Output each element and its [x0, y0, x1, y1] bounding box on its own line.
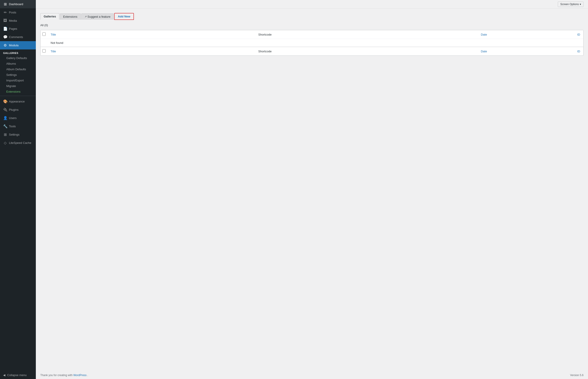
tab-suggest-feature[interactable]: ↗ Suggest a feature — [81, 14, 114, 20]
col-id-header[interactable]: ID — [490, 30, 583, 39]
pages-icon: 📄 — [3, 27, 7, 31]
select-all-checkbox-footer[interactable] — [42, 49, 46, 53]
sidebar-subitem-migrate[interactable]: Migrate — [0, 83, 36, 89]
not-found-message: Not found — [48, 39, 583, 47]
sidebar-item-plugins[interactable]: 🔌 Plugins — [0, 106, 36, 114]
table-row-not-found: Not found — [41, 39, 583, 47]
sidebar-item-settings[interactable]: ⊞ Settings — [0, 130, 36, 139]
users-icon: 👤 — [3, 116, 7, 120]
col-title-header[interactable]: Title — [48, 30, 166, 39]
collapse-menu-button[interactable]: ◀ Collapse menu — [0, 371, 36, 379]
col-id-footer[interactable]: ID — [490, 47, 583, 56]
galleries-table-wrap: Title Shortcode Date ID — [40, 30, 584, 56]
col-shortcode-footer: Shortcode — [166, 47, 364, 56]
sidebar-item-label: Posts — [9, 11, 16, 14]
collapse-icon: ◀ — [3, 373, 5, 377]
sidebar-item-posts[interactable]: ✏ Posts — [0, 8, 36, 16]
sidebar-item-comments[interactable]: 💬 Comments — [0, 33, 36, 41]
table-foot: Title Shortcode Date ID — [41, 47, 583, 56]
plugins-icon: 🔌 — [3, 108, 7, 112]
screen-options-label: Screen Options — [560, 3, 579, 6]
footer-version: Version 5.6 — [570, 374, 584, 377]
sidebar-subitem-gallery-defaults[interactable]: Gallery Defaults — [0, 55, 36, 61]
table-body: Not found — [41, 39, 583, 47]
screen-options-button[interactable]: Screen Options ▾ — [558, 1, 584, 7]
all-count: All (0) — [40, 23, 584, 27]
page-footer: Thank you for creating with WordPress . … — [40, 370, 584, 379]
sidebar: ⊞ Dashboard ✏ Posts 🖼 Media 📄 Pages 💬 Co… — [0, 0, 36, 379]
tabs-row: Galleries Extensions ↗ Suggest a feature… — [40, 13, 584, 20]
sidebar-item-label: Media — [9, 19, 17, 22]
sidebar-item-dashboard[interactable]: ⊞ Dashboard — [0, 0, 36, 8]
sidebar-item-modula[interactable]: ⚙ Modula — [0, 41, 36, 49]
not-found-cell — [41, 39, 48, 47]
footer-thank-you: Thank you for creating with WordPress . — [40, 374, 88, 377]
tab-galleries[interactable]: Galleries — [40, 13, 59, 20]
sidebar-item-media[interactable]: 🖼 Media — [0, 16, 36, 25]
sidebar-item-label: Comments — [9, 35, 23, 39]
sidebar-item-label: LiteSpeed Cache — [9, 141, 31, 144]
media-icon: 🖼 — [3, 18, 7, 23]
appearance-icon: 🎨 — [3, 99, 7, 104]
topbar: Screen Options ▾ — [36, 0, 588, 9]
sidebar-item-label: Dashboard — [9, 2, 23, 6]
col-check-header — [41, 30, 48, 39]
sidebar-subitem-settings[interactable]: Settings — [0, 72, 36, 78]
all-label: All — [40, 23, 43, 27]
sidebar-item-appearance[interactable]: 🎨 Appearance — [0, 97, 36, 106]
col-date-header[interactable]: Date — [364, 30, 490, 39]
sidebar-item-pages[interactable]: 📄 Pages — [0, 25, 36, 33]
posts-icon: ✏ — [3, 10, 7, 15]
tab-add-new[interactable]: Add New — [114, 13, 134, 20]
dashboard-icon: ⊞ — [3, 2, 7, 6]
galleries-group-title: Galleries — [0, 49, 36, 55]
sidebar-item-label: Tools — [9, 125, 16, 128]
sidebar-item-tools[interactable]: 🔧 Tools — [0, 122, 36, 130]
sidebar-subitem-import-export[interactable]: Import/Export — [0, 78, 36, 83]
select-all-checkbox[interactable] — [42, 32, 46, 36]
sidebar-item-users[interactable]: 👤 Users — [0, 114, 36, 122]
sidebar-item-litespeed[interactable]: ◇ LiteSpeed Cache — [0, 139, 36, 147]
sidebar-item-label: Modula — [9, 44, 18, 47]
settings-icon: ⊞ — [3, 132, 7, 137]
external-link-icon: ↗ — [85, 15, 87, 18]
modula-icon: ⚙ — [3, 43, 7, 47]
screen-options-arrow: ▾ — [580, 3, 581, 6]
main-content: Screen Options ▾ Galleries Extensions ↗ … — [36, 0, 588, 379]
sidebar-subitem-album-defaults[interactable]: Album Defaults — [0, 66, 36, 72]
col-check-footer — [41, 47, 48, 56]
sidebar-item-label: Users — [9, 116, 16, 120]
wordpress-link[interactable]: WordPress — [73, 374, 87, 377]
tab-extensions[interactable]: Extensions — [60, 14, 81, 20]
comments-icon: 💬 — [3, 35, 7, 39]
sidebar-item-label: Appearance — [9, 100, 25, 103]
sidebar-subitem-albums[interactable]: Albums — [0, 61, 36, 66]
table-head-row: Title Shortcode Date ID — [41, 30, 583, 39]
litespeed-icon: ◇ — [3, 141, 7, 145]
col-date-footer[interactable]: Date — [364, 47, 490, 56]
sidebar-item-label: Pages — [9, 27, 17, 31]
col-title-footer[interactable]: Title — [48, 47, 166, 56]
table-foot-row: Title Shortcode Date ID — [41, 47, 583, 56]
sidebar-item-label: Plugins — [9, 108, 18, 111]
sidebar-divider — [0, 96, 36, 96]
sidebar-item-label: Settings — [9, 133, 19, 136]
all-count-number: (0) — [44, 23, 48, 27]
table-head: Title Shortcode Date ID — [41, 30, 583, 39]
tools-icon: 🔧 — [3, 124, 7, 128]
galleries-table: Title Shortcode Date ID — [41, 30, 583, 55]
collapse-menu-label: Collapse menu — [7, 373, 27, 377]
col-shortcode-header: Shortcode — [166, 30, 364, 39]
sidebar-subitem-extensions[interactable]: Extensions — [0, 89, 36, 95]
content-area: Galleries Extensions ↗ Suggest a feature… — [36, 9, 588, 379]
